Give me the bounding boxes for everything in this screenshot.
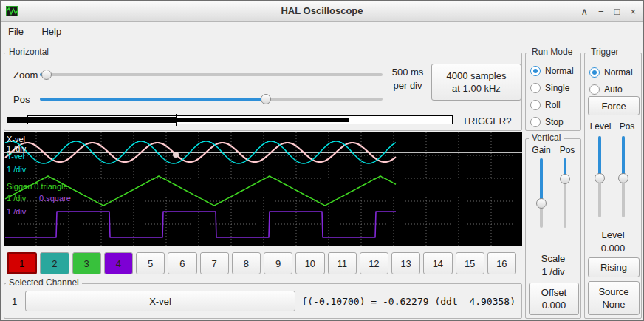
signal-readout: f(-0.10700) = -0.62279 (ddt 4.90358) bbox=[301, 284, 515, 318]
record-position-bar[interactable] bbox=[7, 114, 453, 126]
radio-label: Stop bbox=[545, 117, 564, 127]
channel-button-8[interactable]: 8 bbox=[232, 252, 261, 274]
edge-button-label: Rising bbox=[600, 261, 627, 274]
radio-label: Auto bbox=[604, 84, 623, 95]
vertical-pos-slider[interactable] bbox=[559, 158, 571, 228]
force-button-label: Force bbox=[601, 100, 626, 112]
trigger-level-label: Level bbox=[586, 121, 614, 132]
trigger-hint: TRIGGER? bbox=[462, 115, 511, 126]
radio-icon[interactable] bbox=[530, 83, 541, 93]
scale-label: Scale bbox=[526, 253, 580, 264]
vertical-pos-handle[interactable] bbox=[560, 174, 570, 184]
trigger-pos-fill bbox=[622, 136, 625, 178]
horizontal-group-title: Horizontal bbox=[6, 47, 52, 57]
trigger-level-slider[interactable] bbox=[594, 136, 606, 217]
channel-button-10[interactable]: 10 bbox=[295, 252, 324, 274]
channel-button-13[interactable]: 13 bbox=[391, 252, 420, 274]
radio-label: Normal bbox=[604, 67, 633, 78]
offset-button[interactable]: Offset 0.000 bbox=[529, 283, 579, 315]
zoom-slider-handle[interactable] bbox=[41, 70, 52, 80]
trigger-pos-label: Pos bbox=[614, 121, 640, 132]
radio-label: Single bbox=[545, 83, 569, 93]
vertical-pos-label: Pos bbox=[555, 145, 579, 155]
channel-button-2[interactable]: 2 bbox=[40, 252, 69, 274]
offset-button-line1: Offset bbox=[541, 286, 566, 299]
trigger-radio-normal[interactable]: Normal bbox=[589, 64, 633, 81]
trigger-pos-slider[interactable] bbox=[617, 136, 629, 217]
run-mode-group: Run Mode NormalSingleRollStop bbox=[525, 53, 581, 131]
run-mode-radio-single[interactable]: Single bbox=[530, 79, 574, 96]
channel-button-11[interactable]: 11 bbox=[328, 252, 357, 274]
channel-button-6[interactable]: 6 bbox=[168, 252, 196, 274]
samples-line1: 4000 samples bbox=[447, 70, 507, 82]
trigger-group-title: Trigger bbox=[588, 47, 622, 57]
window-title: HAL Oscilloscope bbox=[1, 1, 643, 21]
scope-display[interactable]: X-vel1 /divY-vel1 /divSiggen 0.triangle1… bbox=[4, 132, 522, 246]
edge-button[interactable]: Rising bbox=[588, 257, 640, 277]
channel-name-button[interactable]: X-vel bbox=[25, 291, 295, 311]
menubar: File Help bbox=[1, 22, 643, 42]
selected-channel-number: 1 bbox=[12, 296, 17, 307]
titlebar[interactable]: HAL Oscilloscope ∧ − □ × bbox=[1, 1, 643, 22]
run-mode-radios: NormalSingleRollStop bbox=[530, 62, 574, 130]
pos-label: Pos bbox=[13, 94, 30, 105]
menu-file[interactable]: File bbox=[1, 22, 31, 41]
trigger-readout-value: 0.000 bbox=[585, 243, 641, 254]
trigger-level-handle[interactable] bbox=[595, 173, 605, 183]
radio-label: Roll bbox=[545, 100, 561, 110]
offset-button-line2: 0.000 bbox=[542, 299, 566, 311]
radio-icon[interactable] bbox=[589, 84, 600, 95]
window-controls: ∧ − □ × bbox=[580, 1, 636, 21]
radio-icon[interactable] bbox=[530, 100, 541, 110]
trigger-radios: NormalAuto bbox=[589, 64, 633, 98]
horizontal-group: Horizontal Zoom 500 ms per div 4000 samp… bbox=[4, 53, 522, 131]
rate-line2: per div bbox=[384, 80, 431, 91]
vertical-group-title: Vertical bbox=[529, 132, 564, 143]
trigger-group: Trigger NormalAuto Force Level Pos Level… bbox=[584, 53, 642, 319]
trigger-radio-auto[interactable]: Auto bbox=[589, 81, 633, 98]
gain-label: Gain bbox=[527, 145, 555, 155]
run-mode-radio-stop[interactable]: Stop bbox=[530, 113, 574, 130]
channel-button-4[interactable]: 4 bbox=[104, 252, 133, 274]
maximize-button[interactable]: □ bbox=[614, 6, 620, 17]
trigger-pos-handle[interactable] bbox=[618, 173, 628, 183]
selected-channel-group-title: Selected Channel bbox=[6, 277, 82, 288]
triangle-wave bbox=[5, 176, 396, 206]
samples-button[interactable]: 4000 samples at 1.00 kHz bbox=[431, 64, 521, 101]
close-button[interactable]: × bbox=[630, 6, 636, 17]
channel-name-label: X-vel bbox=[149, 295, 171, 308]
horizontal-pos-slider[interactable] bbox=[40, 93, 383, 105]
zoom-slider[interactable] bbox=[40, 69, 383, 81]
vertical-group: Vertical Gain Pos Scale 1 /div Offset 0.… bbox=[525, 138, 581, 319]
channel-button-7[interactable]: 7 bbox=[200, 252, 229, 274]
zoom-label: Zoom bbox=[13, 70, 38, 81]
force-button[interactable]: Force bbox=[588, 96, 640, 115]
channel-button-12[interactable]: 12 bbox=[360, 252, 388, 274]
source-button-line1: Source bbox=[598, 285, 628, 298]
channel-button-3[interactable]: 3 bbox=[72, 252, 101, 274]
channel-button-5[interactable]: 5 bbox=[136, 252, 165, 274]
pos-slider-handle[interactable] bbox=[261, 94, 271, 104]
samples-line2: at 1.00 kHz bbox=[452, 82, 501, 95]
gain-slider-handle[interactable] bbox=[536, 198, 547, 209]
channel-button-16[interactable]: 16 bbox=[487, 252, 516, 274]
scope-canvas[interactable] bbox=[4, 132, 522, 246]
channel-button-14[interactable]: 14 bbox=[423, 252, 452, 274]
gain-slider[interactable] bbox=[535, 158, 547, 228]
radio-icon[interactable] bbox=[589, 67, 600, 78]
channel-button-1[interactable]: 1 bbox=[7, 252, 37, 274]
channel-button-15[interactable]: 15 bbox=[456, 252, 484, 274]
menu-help[interactable]: Help bbox=[34, 22, 69, 41]
run-mode-radio-roll[interactable]: Roll bbox=[530, 96, 574, 113]
radio-label: Normal bbox=[545, 66, 574, 76]
trigger-readout-label: Level bbox=[585, 229, 641, 240]
record-bar-filled bbox=[7, 117, 177, 123]
rate-line1: 500 ms bbox=[384, 67, 431, 78]
radio-icon[interactable] bbox=[530, 117, 541, 127]
source-button[interactable]: Source None bbox=[588, 281, 640, 315]
run-mode-radio-normal[interactable]: Normal bbox=[530, 62, 574, 79]
minimize-button[interactable]: − bbox=[598, 6, 604, 17]
radio-icon[interactable] bbox=[530, 66, 541, 76]
channel-button-9[interactable]: 9 bbox=[264, 252, 292, 274]
shade-button[interactable]: ∧ bbox=[580, 6, 588, 17]
